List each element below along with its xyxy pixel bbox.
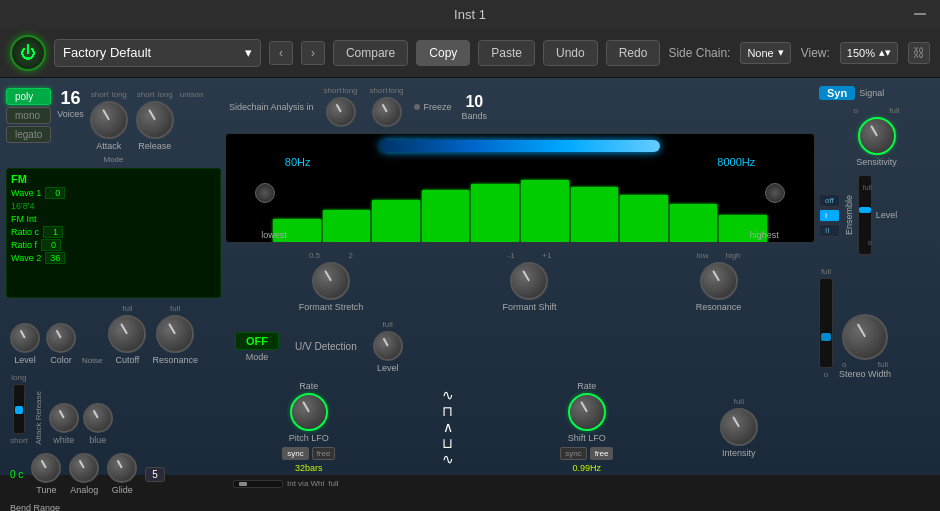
low-curve-handle[interactable] [255,183,275,203]
sidechain-chevron-icon: ▾ [778,46,784,59]
bands-number: 10 [465,93,483,111]
resonance-knob[interactable] [156,315,194,353]
attack-knob[interactable] [90,101,128,139]
analog-knob[interactable] [69,453,99,483]
stereo-width-knob[interactable] [842,314,888,360]
glide-knob[interactable] [107,453,137,483]
toolbar: ⏻ Factory Default ▾ ‹ › Compare Copy Pas… [0,28,940,78]
close-icon[interactable] [914,13,926,15]
ratio-f-value[interactable]: 0 [41,239,61,251]
lfo-wave-icons2[interactable]: ⊓ [442,404,453,418]
pitch-sync-button[interactable]: sync [282,447,308,460]
res2-knob[interactable] [700,262,738,300]
formant-stretch-knob[interactable] [312,262,350,300]
synth-mode-display: FM [11,173,216,185]
tune-knob[interactable] [31,453,61,483]
sidechain-label: Side Chain: [668,46,730,60]
sensitivity-label: Sensitivity [856,157,897,167]
shift-lfo-hz-val: 0.99Hz [573,463,602,473]
wave1-value[interactable]: 0 [45,187,65,199]
view-dropdown[interactable]: 150% ▴▾ [840,42,898,64]
res2-label: Resonance [696,302,742,312]
pitch-lfo-label: Pitch LFO [289,433,329,443]
formant-shift-knob[interactable] [510,262,548,300]
undo-button[interactable]: Undo [543,40,598,66]
vbar-9 [670,204,718,242]
full-label: full [328,479,338,488]
level-knob[interactable] [10,323,40,353]
ensemble-off-button[interactable]: off [819,194,840,207]
wave2-label: Wave 2 [11,253,41,263]
window-title: Inst 1 [454,7,486,22]
uv-level-knob[interactable] [373,331,403,361]
pitch-lfo-bars-val: 32bars [295,463,323,473]
sensitivity-knob[interactable] [858,117,896,155]
intensity-knob[interactable] [720,408,758,446]
vbar-7 [571,187,619,242]
octave-display: 16'8'4 [11,201,216,211]
shift-lfo-rate-knob[interactable] [568,393,606,431]
cutoff-group: full Cutoff [108,304,146,365]
blue-knob[interactable] [83,403,113,433]
lowest-label: lowest [261,230,287,240]
lfo-wave-icons4[interactable]: ⊔ [442,436,453,450]
mono-button[interactable]: mono [6,107,51,124]
cutoff-knob[interactable] [108,315,146,353]
release-label: Release [138,141,171,151]
next-preset-button[interactable]: › [301,41,325,65]
frequency-labels: 80Hz 8000Hz [285,156,755,168]
ensemble-i-button[interactable]: I [819,209,840,222]
glide-knob-group: Glide [107,453,137,495]
redo-button[interactable]: Redo [606,40,661,66]
sidechain-dropdown[interactable]: None ▾ [740,42,790,64]
main-level-slider[interactable] [819,278,833,368]
ensemble-level-slider[interactable]: full o [858,175,872,255]
attack-label: Attack [96,141,121,151]
vbar-6 [521,180,569,242]
power-button[interactable]: ⏻ [10,35,46,71]
link-button[interactable]: ⛓ [908,42,930,64]
release-knob[interactable] [136,101,174,139]
pitch-lfo-rate-label: Rate [299,381,318,391]
lfo-wave-icons[interactable]: ∿ [442,388,454,402]
mode-label: Mode [6,155,221,164]
ratio-c-value[interactable]: 1 [43,226,63,238]
sa-attack-knob[interactable] [326,97,356,127]
shift-lfo-label: Shift LFO [568,433,606,443]
copy-button[interactable]: Copy [416,40,470,66]
resonance-label: Resonance [152,355,198,365]
lfo-wave-icons5[interactable]: ∿ [442,452,454,466]
poly-button[interactable]: poly [6,88,51,105]
wave2-value[interactable]: 36 [45,252,65,264]
int-whl-slider[interactable] [233,480,283,488]
pitch-lfo-rate-knob[interactable] [290,393,328,431]
stereo-width-label: Stereo Width [839,369,891,379]
power-icon: ⏻ [20,44,36,62]
compare-button[interactable]: Compare [333,40,408,66]
level-group: Level [10,323,40,365]
preset-dropdown[interactable]: Factory Default ▾ [54,39,261,67]
shift-free-button[interactable]: free [590,447,614,460]
paste-button[interactable]: Paste [478,40,535,66]
fm-int-label: FM Int [11,214,37,224]
pitch-lfo-section: Rate Pitch LFO sync free 32bars [282,381,335,473]
white-knob[interactable] [49,403,79,433]
wave1-label: Wave 1 [11,188,41,198]
bend-range-label: Bend Range [10,503,60,511]
pitch-free-button[interactable]: free [312,447,336,460]
attack-group: shortlong Attack [90,90,128,151]
vocoder-bars [273,177,767,242]
level-label: Level [14,355,36,365]
shift-sync-button[interactable]: sync [560,447,586,460]
signal-label: Signal [859,88,884,98]
color-knob[interactable] [46,323,76,353]
ensemble-ii-button[interactable]: II [819,224,840,237]
lfo-wave-icons3[interactable]: ∧ [443,420,453,434]
voices-section: 16 Voices [57,88,84,119]
analog-knob-group: Analog [69,453,99,495]
high-curve-handle[interactable] [765,183,785,203]
prev-preset-button[interactable]: ‹ [269,41,293,65]
cutoff-label: Cutoff [116,355,140,365]
legato-button[interactable]: legato [6,126,51,143]
sa-release-knob[interactable] [372,97,402,127]
